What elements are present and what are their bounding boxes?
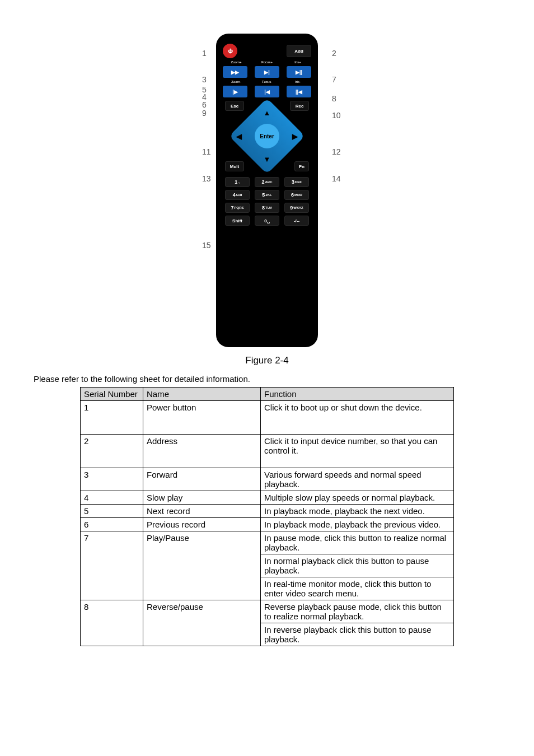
callout-1: 1 <box>202 49 207 58</box>
cell-sn: 4 <box>81 491 143 505</box>
cell-function: Click it to boot up or shut down the dev… <box>261 401 454 435</box>
cell-function: In normal playback click this button to … <box>261 554 454 577</box>
callout-2: 2 <box>332 49 336 58</box>
cell-function: Various forward speeds and normal speed … <box>261 468 454 491</box>
previous-record-button[interactable]: |◀ <box>255 86 279 97</box>
cell-function: In playback mode, playback the next vide… <box>261 505 454 518</box>
label-focus-minus: Focus- <box>254 80 280 83</box>
key-2ABC[interactable]: 2ABC <box>255 177 279 187</box>
cell-name: Next record <box>143 505 261 518</box>
next-record-button[interactable]: ▶| <box>255 66 279 78</box>
left-arrow-button[interactable]: ◀ <box>236 132 242 141</box>
callout-12: 12 <box>332 147 341 156</box>
esc-button[interactable]: Esc <box>225 101 244 111</box>
up-arrow-button[interactable]: ▲ <box>264 109 271 117</box>
mult-button[interactable]: Mult <box>225 161 244 171</box>
cell-sn: 7 <box>81 531 143 600</box>
reverse-pause-button[interactable]: ||◀ <box>287 86 311 97</box>
remote-diagram: 1 3 5 4 6 9 11 13 15 2 7 8 10 12 14 ⏻ Ad… <box>216 34 318 347</box>
fn-button[interactable]: Fn <box>294 161 309 171</box>
forward-button[interactable]: ▶▶ <box>223 66 247 78</box>
key-8TUV[interactable]: 8TUV <box>255 203 279 213</box>
numpad: 1.,2ABC3DEF4GHI5JKL6MNO7PQRS8TUV9WXYZShi… <box>222 177 312 226</box>
callout-14: 14 <box>332 174 341 183</box>
cell-name: Address <box>143 435 261 468</box>
cell-name: Power button <box>143 401 261 435</box>
cell-name: Slow play <box>143 491 261 505</box>
table-intro-text: Please refer to the following sheet for … <box>34 374 500 384</box>
callout-13: 13 <box>202 174 211 183</box>
callout-8: 8 <box>332 94 336 103</box>
callout-3: 3 <box>202 75 207 84</box>
cell-sn: 3 <box>81 468 143 491</box>
key-7PQRS[interactable]: 7PQRS <box>225 203 250 213</box>
label-focus-plus: Focus+ <box>254 60 280 64</box>
cell-function: Multiple slow play speeds or normal play… <box>261 491 454 505</box>
add-button[interactable]: Add <box>287 45 311 57</box>
slow-play-button[interactable]: |▶ <box>223 86 247 97</box>
callout-11: 11 <box>202 147 211 156</box>
callout-10: 10 <box>332 111 341 120</box>
right-arrow-button[interactable]: ▶ <box>292 132 298 141</box>
cell-name: Forward <box>143 468 261 491</box>
callout-15: 15 <box>202 241 211 250</box>
key-3DEF[interactable]: 3DEF <box>284 177 309 187</box>
header-function: Function <box>261 388 454 401</box>
cell-function: Click it to input device number, so that… <box>261 435 454 468</box>
key-6MNO[interactable]: 6MNO <box>284 190 309 200</box>
figure-block: 1 3 5 4 6 9 11 13 15 2 7 8 10 12 14 ⏻ Ad… <box>34 34 500 366</box>
key-[interactable]: -/-- <box>284 216 309 226</box>
cell-name: Play/Pause <box>143 531 261 600</box>
cell-function: In playback mode, playback the previous … <box>261 518 454 531</box>
key-5JKL[interactable]: 5JKL <box>255 190 279 200</box>
key-4GHI[interactable]: 4GHI <box>225 190 250 200</box>
enter-button[interactable]: Enter <box>255 124 279 148</box>
header-serial: Serial Number <box>81 388 143 401</box>
cell-function: In real-time monitor mode, click this bu… <box>261 577 454 600</box>
figure-caption: Figure 2-4 <box>34 355 500 366</box>
cell-name: Reverse/pause <box>143 600 261 646</box>
label-zoom-minus: Zoom- <box>223 80 250 83</box>
cell-sn: 6 <box>81 518 143 531</box>
label-zoom-plus: Zoom+ <box>223 60 250 64</box>
label-iris-minus: Iris- <box>284 80 311 83</box>
cell-sn: 8 <box>81 600 143 646</box>
callout-9: 9 <box>202 109 207 118</box>
cell-sn: 1 <box>81 401 143 435</box>
rec-button[interactable]: Rec <box>290 101 309 111</box>
key-9WXYZ[interactable]: 9WXYZ <box>284 203 309 213</box>
cell-function: In reverse playback click this button to… <box>261 623 454 646</box>
cell-name: Previous record <box>143 518 261 531</box>
cell-sn: 2 <box>81 435 143 468</box>
header-name: Name <box>143 388 261 401</box>
cell-function: Reverse playback pause mode, click this … <box>261 600 454 623</box>
callout-7: 7 <box>332 75 336 84</box>
cell-function: In pause mode, click this button to real… <box>261 531 454 554</box>
down-arrow-button[interactable]: ▼ <box>264 155 271 164</box>
remote-function-table: Serial Number Name Function 1Power butto… <box>80 387 454 646</box>
key-0[interactable]: 0␣ <box>255 216 279 226</box>
cell-sn: 5 <box>81 505 143 518</box>
key-Shift[interactable]: Shift <box>225 216 250 226</box>
label-iris-plus: Iris+ <box>284 60 311 64</box>
callout-6: 6 <box>202 100 207 109</box>
key-1[interactable]: 1., <box>225 177 250 187</box>
play-pause-button[interactable]: ▶|| <box>287 66 311 78</box>
power-button[interactable]: ⏻ <box>223 44 237 58</box>
